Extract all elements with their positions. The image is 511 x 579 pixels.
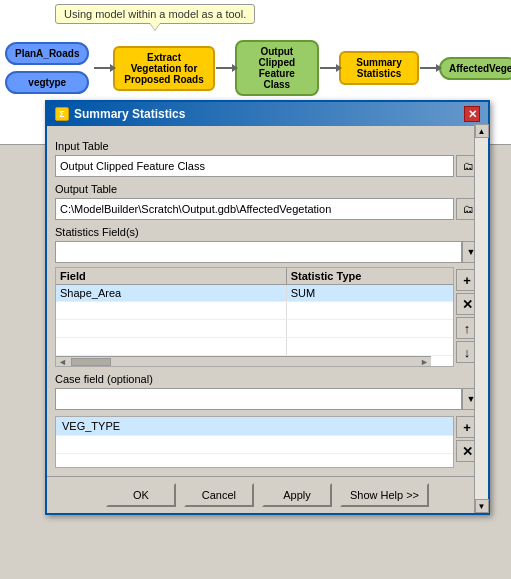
field-value: Shape_Area bbox=[56, 285, 287, 301]
table-row-empty-3 bbox=[56, 338, 453, 356]
app-window: Using model within a model as a tool. Pl… bbox=[0, 0, 511, 579]
arrow-1 bbox=[94, 67, 112, 69]
statistics-table-section: Field Statistic Type Shape_Area SUM bbox=[55, 267, 480, 367]
case-field-table: VEG_TYPE bbox=[55, 416, 454, 468]
output-clipped-node[interactable]: Output Clipped Feature Class bbox=[235, 40, 319, 96]
callout-text: Using model within a model as a tool. bbox=[64, 8, 246, 20]
table-row[interactable]: Shape_Area SUM bbox=[56, 285, 453, 302]
field-header: Field bbox=[56, 268, 287, 284]
input-table-row: Output Clipped Feature Class 🗂 bbox=[55, 155, 480, 177]
dialog-footer: OK Cancel Apply Show Help >> bbox=[47, 476, 488, 513]
table-row-empty-1 bbox=[56, 302, 453, 320]
folder-icon: 🗂 bbox=[463, 160, 474, 172]
output-table-row: 🗂 bbox=[55, 198, 480, 220]
plana-roads-node[interactable]: PlanA_Roads bbox=[5, 42, 89, 65]
case-field-section: Case field (optional) ▼ VEG_TYPE bbox=[55, 373, 480, 468]
table-scrollbar-h[interactable]: ◄ ► bbox=[56, 356, 431, 366]
stats-field-dropdown-row: ▼ bbox=[55, 241, 480, 263]
summary-stats-node[interactable]: Summary Statistics bbox=[339, 51, 419, 85]
callout-tooltip: Using model within a model as a tool. bbox=[55, 4, 255, 24]
title-left: Σ Summary Statistics bbox=[55, 107, 185, 121]
veg-empty-row bbox=[56, 436, 453, 454]
scroll-down-arrow[interactable]: ▼ bbox=[475, 499, 489, 513]
case-field-dropdown-row: ▼ bbox=[55, 388, 480, 410]
apply-button[interactable]: Apply bbox=[262, 483, 332, 507]
extract-node[interactable]: Extract Vegetation for Proposed Roads bbox=[113, 46, 214, 91]
scroll-up-arrow[interactable]: ▲ bbox=[475, 124, 489, 138]
close-button[interactable]: ✕ bbox=[464, 106, 480, 122]
veg-type-value: VEG_TYPE bbox=[62, 420, 120, 432]
flow-diagram: PlanA_Roads vegtype Extract Vegetation f… bbox=[5, 40, 511, 96]
summary-statistics-dialog: Σ Summary Statistics ✕ Input Table Outpu… bbox=[45, 100, 490, 515]
scroll-track[interactable] bbox=[475, 138, 488, 499]
case-field-label: Case field (optional) bbox=[55, 373, 480, 385]
folder-icon-2: 🗂 bbox=[463, 203, 474, 215]
input-table-dropdown[interactable]: Output Clipped Feature Class bbox=[55, 155, 454, 177]
arrow-4 bbox=[420, 67, 438, 69]
output-table-label: Output Table bbox=[55, 183, 480, 195]
dialog-icon: Σ bbox=[55, 107, 69, 121]
statistics-fields-label: Statistics Field(s) bbox=[55, 226, 480, 238]
scroll-thumb-h[interactable] bbox=[71, 358, 111, 366]
arrow-2 bbox=[216, 67, 234, 69]
stattype-value: SUM bbox=[287, 285, 453, 301]
input-nodes: PlanA_Roads vegtype bbox=[5, 42, 89, 94]
dialog-title: Summary Statistics bbox=[74, 107, 185, 121]
stats-field-input[interactable] bbox=[55, 241, 462, 263]
table-row-empty-2 bbox=[56, 320, 453, 338]
case-field-table-section: VEG_TYPE + ✕ bbox=[55, 414, 480, 468]
case-field-input[interactable] bbox=[55, 388, 462, 410]
dialog-body: Input Table Output Clipped Feature Class… bbox=[47, 126, 488, 476]
show-help-button[interactable]: Show Help >> bbox=[340, 483, 429, 507]
dialog-scrollbar: ▲ ▼ bbox=[474, 124, 488, 513]
affected-veg-node[interactable]: AffectedVegetation bbox=[439, 57, 511, 80]
vegtype-node[interactable]: vegtype bbox=[5, 71, 89, 94]
arrow-3 bbox=[320, 67, 338, 69]
scroll-right-arrow[interactable]: ► bbox=[418, 357, 431, 367]
cancel-button[interactable]: Cancel bbox=[184, 483, 254, 507]
statistics-table-container: Field Statistic Type Shape_Area SUM bbox=[55, 267, 454, 367]
scroll-left-arrow[interactable]: ◄ bbox=[56, 357, 69, 367]
dialog-titlebar: Σ Summary Statistics ✕ bbox=[47, 102, 488, 126]
veg-type-row[interactable]: VEG_TYPE bbox=[56, 417, 453, 436]
table-header: Field Statistic Type bbox=[56, 268, 453, 285]
ok-button[interactable]: OK bbox=[106, 483, 176, 507]
output-table-input[interactable] bbox=[55, 198, 454, 220]
stattype-header: Statistic Type bbox=[287, 268, 453, 284]
input-table-label: Input Table bbox=[55, 140, 480, 152]
